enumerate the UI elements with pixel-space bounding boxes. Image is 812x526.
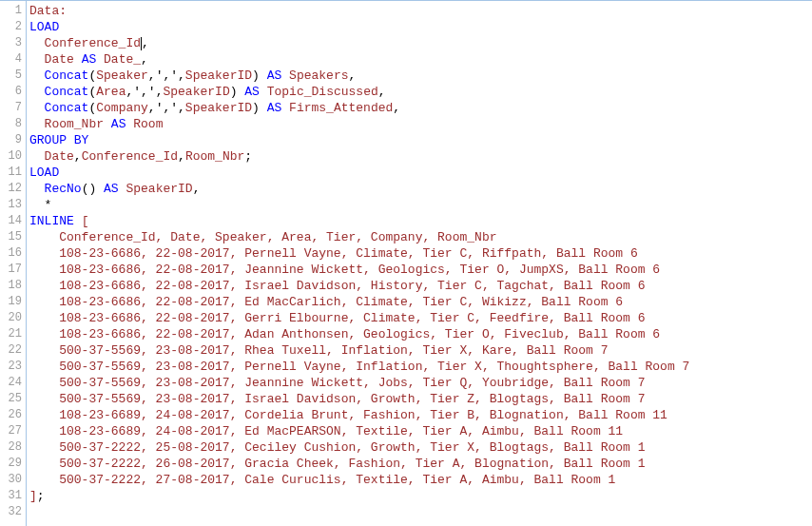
code-line[interactable]: 108-23-6689, 24-08-2017, Cordelia Brunt,… xyxy=(29,407,812,423)
code-line[interactable]: 108-23-6686, 22-08-2017, Adan Anthonsen,… xyxy=(29,326,812,342)
token-plain xyxy=(281,68,289,83)
code-line[interactable]: Concat(Speaker,',',SpeakerID) AS Speaker… xyxy=(29,68,812,84)
token-plain: ) xyxy=(252,68,267,83)
code-line[interactable]: 108-23-6686, 22-08-2017, Pernell Vayne, … xyxy=(29,245,812,262)
token-kw: LOAD xyxy=(29,20,59,34)
code-line[interactable]: 108-23-6686, 22-08-2017, Gerri Elbourne,… xyxy=(29,310,812,326)
code-line[interactable]: 500-37-5569, 23-08-2017, Pernell Vayne, … xyxy=(29,359,812,375)
token-plain xyxy=(281,101,289,115)
token-plain xyxy=(29,52,45,67)
line-number: 18 xyxy=(0,278,26,294)
token-plain: , xyxy=(378,85,386,99)
token-ident: 108-23-6686, 22-08-2017, Gerri Elbourne,… xyxy=(29,311,646,325)
line-number: 11 xyxy=(0,165,26,181)
code-line[interactable]: Conference_Id, Date, Speaker, Area, Tier… xyxy=(29,229,812,245)
line-number: 10 xyxy=(0,148,26,165)
code-area[interactable]: Data:LOAD Conference_Id, Date AS Date_, … xyxy=(27,1,812,526)
token-ident: 500-37-2222, 25-08-2017, Ceciley Cushion… xyxy=(29,440,646,455)
code-line[interactable]: LOAD xyxy=(29,165,812,181)
token-ident: 108-23-6686, 22-08-2017, Ed MacCarlich, … xyxy=(29,295,623,309)
code-line[interactable]: 500-37-5569, 23-08-2017, Jeannine Wicket… xyxy=(29,375,812,391)
token-ident: 500-37-5569, 23-08-2017, Israel Davidson… xyxy=(29,392,646,406)
token-ident: Conference_Id xyxy=(45,36,141,50)
code-line[interactable]: Date AS Date_, xyxy=(29,51,812,68)
token-ident: Room_Nbr xyxy=(185,149,244,164)
code-line[interactable]: 500-37-2222, 27-08-2017, Cale Curuclis, … xyxy=(29,472,812,488)
line-number: 6 xyxy=(0,84,26,100)
token-ident: SpeakerID xyxy=(163,85,229,99)
line-number: 4 xyxy=(0,51,26,68)
code-line[interactable]: INLINE [ xyxy=(29,213,812,229)
line-number: 29 xyxy=(0,456,26,472)
token-plain: , xyxy=(142,36,149,50)
line-number: 32 xyxy=(0,504,26,520)
token-ident: Speakers xyxy=(289,68,348,83)
token-ident: 108-23-6689, 24-08-2017, Ed MacPEARSON, … xyxy=(29,424,623,438)
code-line[interactable]: 500-37-5569, 23-08-2017, Rhea Tuxell, In… xyxy=(29,342,812,359)
line-number: 8 xyxy=(0,116,26,132)
line-number: 24 xyxy=(0,375,26,391)
token-kw: AS xyxy=(244,85,260,99)
token-plain: ,',', xyxy=(148,101,185,115)
line-number: 21 xyxy=(0,326,26,342)
token-ident: Room xyxy=(133,117,163,131)
code-line[interactable]: 500-37-5569, 23-08-2017, Israel Davidson… xyxy=(29,391,812,407)
token-ident: 108-23-6686, 22-08-2017, Israel Davidson… xyxy=(29,279,646,293)
token-ident: Speaker xyxy=(96,68,148,83)
code-line[interactable]: ]; xyxy=(29,488,812,504)
token-plain: , xyxy=(193,182,201,196)
line-number: 22 xyxy=(0,342,26,359)
line-number: 7 xyxy=(0,100,26,116)
token-plain xyxy=(29,182,45,196)
token-kw: AS xyxy=(104,182,119,196)
code-line[interactable]: Conference_Id, xyxy=(29,35,812,51)
code-line[interactable]: 500-37-2222, 25-08-2017, Ceciley Cushion… xyxy=(29,439,812,456)
token-ident: Conference_Id xyxy=(82,149,178,164)
code-line[interactable]: Concat(Company,',',SpeakerID) AS Firms_A… xyxy=(29,100,812,116)
code-line[interactable]: Date,Conference_Id,Room_Nbr; xyxy=(29,148,812,165)
token-plain: ,',', xyxy=(126,85,163,99)
code-line[interactable]: 108-23-6689, 24-08-2017, Ed MacPEARSON, … xyxy=(29,423,812,439)
token-plain: , xyxy=(141,52,148,67)
line-number: 23 xyxy=(0,359,26,375)
code-line[interactable]: Room_Nbr AS Room xyxy=(29,116,812,132)
line-number: 31 xyxy=(0,488,26,504)
token-plain: , xyxy=(349,68,357,83)
code-line[interactable]: 500-37-2222, 26-08-2017, Gracia Cheek, F… xyxy=(29,456,812,472)
token-plain xyxy=(29,117,45,131)
code-editor[interactable]: 1234567891011121314151617181920212223242… xyxy=(0,1,812,526)
token-fn: Concat xyxy=(45,85,89,99)
token-ident: Area xyxy=(96,85,126,99)
line-number: 27 xyxy=(0,423,26,439)
token-ident: 500-37-5569, 23-08-2017, Pernell Vayne, … xyxy=(29,360,689,374)
code-line[interactable]: Data: xyxy=(29,3,812,19)
token-plain: ) xyxy=(252,101,267,115)
code-line[interactable]: 108-23-6686, 22-08-2017, Israel Davidson… xyxy=(29,278,812,294)
token-plain: ) xyxy=(230,85,245,99)
token-plain xyxy=(29,68,45,83)
token-kw: GROUP BY xyxy=(29,133,88,147)
token-plain: * xyxy=(29,198,51,212)
token-plain xyxy=(260,85,267,99)
line-number: 9 xyxy=(0,132,26,148)
code-line[interactable]: GROUP BY xyxy=(29,132,812,148)
token-ident: 500-37-2222, 26-08-2017, Gracia Cheek, F… xyxy=(29,457,646,471)
token-kw: LOAD xyxy=(29,166,59,180)
token-ident: SpeakerID xyxy=(185,68,252,83)
token-ident: ] xyxy=(29,489,37,503)
token-plain: , xyxy=(393,101,400,115)
token-ident: 108-23-6686, 22-08-2017, Pernell Vayne, … xyxy=(29,246,638,261)
token-ident: 108-23-6686, 22-08-2017, Adan Anthonsen,… xyxy=(29,327,660,341)
code-line[interactable]: 108-23-6686, 22-08-2017, Jeannine Wicket… xyxy=(29,262,812,278)
token-kw: INLINE xyxy=(29,214,74,228)
code-line[interactable]: RecNo() AS SpeakerID, xyxy=(29,181,812,197)
code-line[interactable] xyxy=(29,504,812,520)
code-line[interactable]: Concat(Area,',',SpeakerID) AS Topic_Disc… xyxy=(29,84,812,100)
token-fn: Concat xyxy=(45,101,89,115)
line-number: 19 xyxy=(0,294,26,310)
token-kw: AS xyxy=(267,68,282,83)
code-line[interactable]: LOAD xyxy=(29,19,812,35)
code-line[interactable]: 108-23-6686, 22-08-2017, Ed MacCarlich, … xyxy=(29,294,812,310)
code-line[interactable]: * xyxy=(29,197,812,213)
token-kw: AS xyxy=(267,101,282,115)
